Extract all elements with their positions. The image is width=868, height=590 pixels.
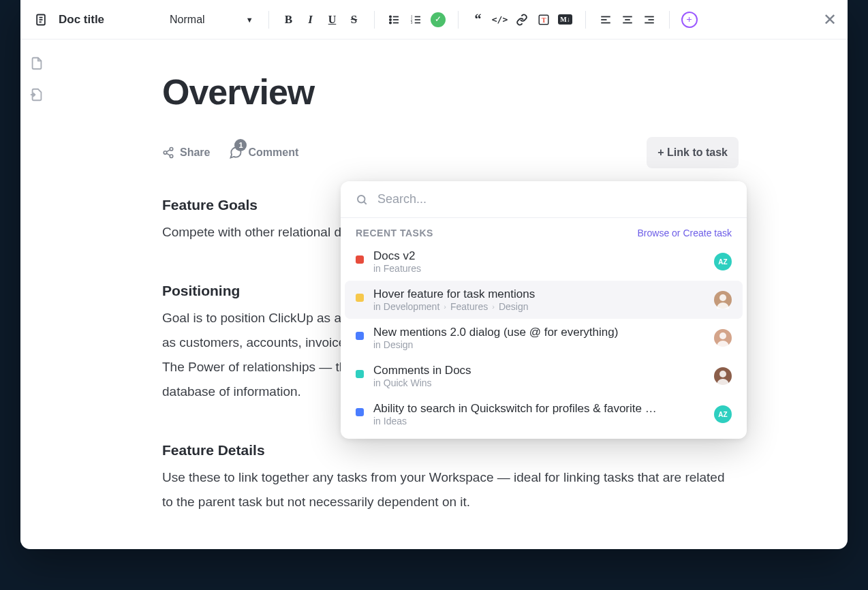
page-icon[interactable] xyxy=(29,56,44,71)
toolbar: Doc title Normal ▼ B I U S 123 ✓ “ xyxy=(20,0,848,40)
left-rail xyxy=(20,40,53,549)
markdown-button[interactable]: M↓ xyxy=(555,10,576,30)
recent-tasks-label: RECENT TASKS xyxy=(356,228,433,238)
comment-count-badge: 1 xyxy=(234,139,247,151)
share-icon xyxy=(162,146,174,159)
numbered-list-button[interactable]: 123 xyxy=(406,10,427,30)
task-list: Docs v2in FeaturesAZHover feature for ta… xyxy=(341,243,747,439)
page-title[interactable]: Overview xyxy=(162,59,739,126)
svg-line-33 xyxy=(364,202,366,204)
align-right-button[interactable] xyxy=(639,10,660,30)
svg-text:T: T xyxy=(542,16,546,23)
plus-circle-icon: + xyxy=(681,12,698,28)
avatar xyxy=(714,367,732,385)
doc-icon xyxy=(31,10,50,29)
section-heading[interactable]: Feature Details xyxy=(162,437,739,464)
svg-point-35 xyxy=(719,332,726,339)
separator xyxy=(268,11,269,29)
svg-point-29 xyxy=(170,155,173,158)
share-button[interactable]: Share xyxy=(162,142,210,163)
align-center-button[interactable] xyxy=(617,10,638,30)
task-item[interactable]: Ability to search in Quickswitch for pro… xyxy=(341,395,747,433)
task-title: Hover feature for task mentions xyxy=(373,288,704,301)
task-item[interactable]: Docs v2in FeaturesAZ xyxy=(341,243,747,281)
doc-title-input[interactable]: Doc title xyxy=(59,13,104,27)
chevron-right-icon: › xyxy=(444,302,446,311)
chevron-right-icon: › xyxy=(492,302,495,311)
task-title: Docs v2 xyxy=(373,249,704,263)
paragraph[interactable]: Use these to link together any tasks fro… xyxy=(162,465,739,514)
strikethrough-button[interactable]: S xyxy=(344,10,365,30)
svg-point-6 xyxy=(389,18,390,20)
check-icon: ✓ xyxy=(431,12,446,27)
align-left-button[interactable] xyxy=(595,10,616,30)
browse-create-link[interactable]: Browse or Create task xyxy=(638,228,732,238)
code-button[interactable]: </> xyxy=(490,10,510,30)
text-color-button[interactable]: T xyxy=(533,10,554,30)
bullet-list-button[interactable] xyxy=(384,10,405,30)
underline-button[interactable]: U xyxy=(322,10,343,30)
task-path: in Features xyxy=(373,263,704,274)
status-square xyxy=(356,370,364,378)
svg-point-28 xyxy=(164,151,167,155)
bold-button[interactable]: B xyxy=(279,10,299,30)
svg-point-27 xyxy=(170,147,173,151)
task-title: New mentions 2.0 dialog (use @ for every… xyxy=(373,326,704,339)
separator xyxy=(458,11,459,29)
close-button[interactable]: ✕ xyxy=(823,10,837,29)
italic-button[interactable]: I xyxy=(300,10,321,30)
link-button[interactable] xyxy=(512,10,532,30)
quote-button[interactable]: “ xyxy=(468,10,489,30)
add-block-button[interactable]: + xyxy=(679,10,700,30)
svg-point-36 xyxy=(719,371,726,377)
text-style-label: Normal xyxy=(170,14,205,26)
search-row xyxy=(341,181,747,218)
avatar xyxy=(714,291,732,309)
svg-line-31 xyxy=(166,153,170,155)
avatar xyxy=(714,329,732,347)
avatar: AZ xyxy=(714,405,732,423)
avatar: AZ xyxy=(714,253,732,270)
link-to-task-button[interactable]: + Link to task xyxy=(647,137,739,168)
svg-point-4 xyxy=(389,16,390,17)
separator xyxy=(374,11,375,29)
svg-point-32 xyxy=(358,196,365,203)
task-path: in Development›Features›Design xyxy=(373,301,704,312)
status-square xyxy=(356,255,364,264)
doc-actions: Share 1 Comment + Link to task xyxy=(162,137,739,168)
svg-line-30 xyxy=(166,150,170,152)
svg-point-34 xyxy=(719,294,726,301)
checklist-button[interactable]: ✓ xyxy=(428,10,448,30)
search-icon xyxy=(356,193,368,206)
svg-point-8 xyxy=(389,22,390,23)
search-input[interactable] xyxy=(377,192,732,206)
separator xyxy=(669,11,670,29)
chevron-down-icon: ▼ xyxy=(246,16,253,24)
task-path: in Ideas xyxy=(373,416,704,426)
task-path: in Design xyxy=(373,339,704,350)
import-icon[interactable] xyxy=(29,87,44,102)
status-square xyxy=(356,332,364,340)
task-item[interactable]: Comments in Docsin Quick Wins xyxy=(341,357,747,395)
task-title: Comments in Docs xyxy=(373,364,704,377)
task-title: Ability to search in Quickswitch for pro… xyxy=(373,402,704,416)
comment-label: Comment xyxy=(248,142,298,163)
comment-button[interactable]: 1 Comment xyxy=(229,142,298,163)
task-item[interactable]: Hover feature for task mentionsin Develo… xyxy=(345,281,743,319)
task-item[interactable]: New mentions 2.0 dialog (use @ for every… xyxy=(341,319,747,357)
separator xyxy=(585,11,586,29)
link-task-popover: RECENT TASKS Browse or Create task Docs … xyxy=(341,181,747,439)
text-style-select[interactable]: Normal ▼ xyxy=(164,11,258,29)
task-path: in Quick Wins xyxy=(373,377,704,388)
status-square xyxy=(356,408,364,416)
share-label: Share xyxy=(180,142,210,163)
svg-text:3: 3 xyxy=(410,20,412,25)
status-square xyxy=(356,294,364,302)
